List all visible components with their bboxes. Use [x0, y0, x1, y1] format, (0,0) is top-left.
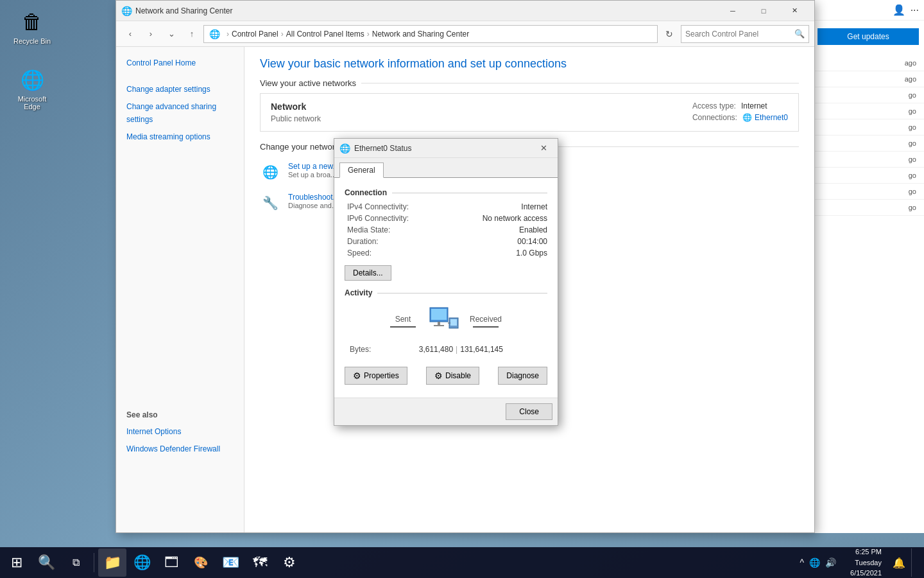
up-button[interactable]: ↑ — [183, 25, 201, 43]
clock-date: Tuesday6/15/2021 — [850, 557, 882, 578]
right-panel-items: ago ago go go go go go go go go — [812, 53, 924, 533]
desktop-icon-recycle-bin[interactable]: 🗑 Recycle Bin — [6, 6, 58, 48]
network-pc-icon — [424, 305, 462, 337]
ethernet-name: Ethernet0 — [755, 113, 788, 122]
setup-text: Set up a new... Set up a broa... — [288, 162, 339, 179]
search-input[interactable] — [685, 30, 794, 39]
app4-icon: 🗺 — [253, 554, 267, 571]
taskbar-search-button[interactable]: 🔍 — [32, 548, 60, 577]
taskbar-edge[interactable]: 🌐 — [128, 548, 156, 577]
ethernet-dialog: 🌐 Ethernet0 Status ✕ General Connection … — [334, 138, 558, 426]
notification-button[interactable]: 🔔 — [889, 548, 909, 577]
taskbar-app1[interactable]: 🗔 — [157, 548, 185, 577]
duration-label: Duration: — [347, 237, 477, 246]
taskbar-search-icon: 🔍 — [38, 554, 55, 571]
sidebar: Control Panel Home Change adapter settin… — [116, 47, 244, 532]
dialog-body: Connection IPv4 Connectivity: Internet I… — [334, 178, 558, 398]
disable-icon: ⚙ — [434, 371, 443, 381]
tab-general[interactable]: General — [339, 162, 384, 178]
tray-chevron[interactable]: ^ — [798, 556, 805, 569]
taskbar: ⊞ 🔍 ⧉ 📁 🌐 🗔 🎨 📧 🗺 ⚙ — [0, 547, 924, 578]
path-control-panel[interactable]: Control Panel — [232, 30, 278, 39]
diagnose-label: Diagnose — [506, 371, 539, 380]
window-title: Network and Sharing Center — [135, 6, 718, 15]
duration-value: 00:14:00 — [483, 237, 547, 246]
desktop-icon-edge[interactable]: 🌐 Microsoft Edge — [6, 64, 58, 113]
system-tray: ^ 🌐 🔊 — [793, 556, 843, 569]
disable-button[interactable]: ⚙ Disable — [426, 367, 479, 385]
details-button[interactable]: Details... — [345, 265, 391, 281]
task-view-button[interactable]: ⧉ — [62, 548, 90, 577]
taskbar-file-explorer[interactable]: 📁 — [98, 548, 126, 577]
svg-rect-5 — [450, 319, 457, 326]
panel-user-icon[interactable]: 👤 — [893, 4, 905, 16]
title-bar: 🌐 Network and Sharing Center ─ □ ✕ — [116, 1, 814, 21]
diagnose-button[interactable]: Diagnose — [498, 367, 547, 385]
ethernet-icon: 🌐 — [742, 113, 752, 122]
forward-button[interactable]: › — [142, 25, 160, 43]
change-networking-label: Change your networkin — [260, 142, 346, 152]
sent-label: Sent — [395, 315, 411, 324]
access-type-label: Access type: — [692, 101, 736, 110]
connections-row: Connections: 🌐 Ethernet0 — [692, 113, 788, 122]
setup-desc: Set up a broa... — [288, 171, 339, 179]
back-button[interactable]: ‹ — [121, 25, 139, 43]
dialog-actions: ⚙ Properties ⚙ Disable Diagnose — [345, 362, 547, 387]
sidebar-control-panel-home[interactable]: Control Panel Home — [116, 55, 244, 72]
search-box: 🔍 — [681, 25, 809, 43]
taskbar-app5[interactable]: ⚙ — [275, 548, 304, 577]
troubleshoot-title[interactable]: Troubleshoot... — [288, 193, 339, 202]
right-panel: 👤 ··· Get updates ago ago go go go go go… — [812, 0, 924, 533]
maximize-button[interactable]: □ — [749, 1, 778, 21]
close-button[interactable]: ✕ — [780, 1, 809, 21]
received-col: Received — [470, 315, 502, 328]
tray-volume-icon[interactable]: 🔊 — [824, 556, 837, 569]
dialog-close-button[interactable]: Close — [506, 403, 552, 420]
ipv4-value: Internet — [483, 202, 547, 211]
setup-title[interactable]: Set up a new... — [288, 162, 339, 171]
dialog-title-text: Ethernet0 Status — [354, 144, 535, 153]
get-updates-button[interactable]: Get updates — [817, 28, 919, 45]
tray-network-icon[interactable]: 🌐 — [808, 556, 821, 569]
app3-icon: 📧 — [222, 554, 239, 571]
dropdown-button[interactable]: ⌄ — [162, 25, 180, 43]
sidebar-advanced-sharing[interactable]: Change advanced sharing settings — [116, 98, 244, 128]
media-state-label: Media State: — [347, 225, 477, 234]
panel-item: go — [812, 136, 924, 152]
ipv4-label: IPv4 Connectivity: — [347, 202, 477, 211]
recycle-bin-label: Recycle Bin — [13, 37, 51, 45]
sidebar-firewall[interactable]: Windows Defender Firewall — [126, 441, 234, 458]
panel-item: go — [812, 168, 924, 184]
ipv6-value: No network access — [483, 214, 547, 223]
properties-label: Properties — [364, 371, 399, 380]
start-button[interactable]: ⊞ — [3, 548, 31, 577]
dialog-close-x-button[interactable]: ✕ — [535, 139, 552, 157]
svg-rect-2 — [438, 322, 440, 325]
taskbar-app2[interactable]: 🎨 — [187, 548, 215, 577]
bytes-received-value: 131,641,145 — [460, 345, 542, 354]
search-submit-button[interactable]: 🔍 — [794, 29, 805, 39]
panel-more-icon[interactable]: ··· — [911, 4, 919, 16]
taskbar-app4[interactable]: 🗺 — [246, 548, 274, 577]
taskbar-app3[interactable]: 📧 — [216, 548, 244, 577]
show-desktop-button[interactable] — [911, 548, 916, 577]
sidebar-change-adapter[interactable]: Change adapter settings — [116, 81, 244, 98]
sidebar-media-streaming[interactable]: Media streaming options — [116, 128, 244, 146]
path-sep-2: › — [281, 30, 284, 39]
ethernet-link[interactable]: 🌐 Ethernet0 — [742, 113, 788, 122]
troubleshoot-icon: 🔧 — [260, 193, 280, 213]
refresh-button[interactable]: ↻ — [660, 25, 678, 43]
properties-button[interactable]: ⚙ Properties — [345, 367, 407, 385]
panel-item: go — [812, 103, 924, 119]
minimize-button[interactable]: ─ — [718, 1, 748, 21]
sidebar-internet-options[interactable]: Internet Options — [126, 423, 234, 441]
path-icon: 🌐 — [209, 29, 220, 39]
bytes-row: Bytes: 3,611,480 | 131,641,145 — [345, 345, 547, 354]
speed-value: 1.0 Gbps — [483, 249, 547, 258]
path-all-items[interactable]: All Control Panel Items — [286, 30, 364, 39]
path-current[interactable]: Network and Sharing Center — [372, 30, 469, 39]
system-clock[interactable]: 6:25 PM Tuesday6/15/2021 — [845, 545, 887, 578]
setup-icon: 🌐 — [260, 162, 280, 182]
sent-arrow — [390, 326, 416, 328]
activity-diagram: Sent — [345, 305, 547, 337]
